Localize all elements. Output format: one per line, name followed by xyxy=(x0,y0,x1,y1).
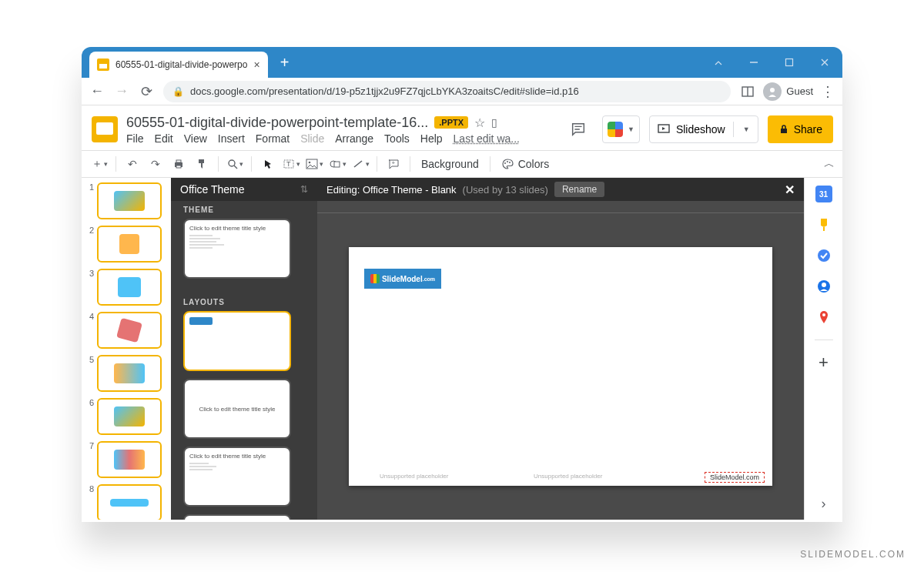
address-bar: ← → ⟳ 🔒 docs.google.com/presentation/d/1… xyxy=(82,78,842,105)
share-label: Share xyxy=(794,123,822,135)
window-minimize-icon[interactable] xyxy=(701,47,736,78)
slideshow-button[interactable]: Slideshow ▼ xyxy=(649,115,758,143)
menu-slide: Slide xyxy=(300,132,324,145)
calendar-icon[interactable]: 31 xyxy=(815,186,832,202)
sort-icon[interactable]: ⇅ xyxy=(300,184,308,195)
zoom-icon[interactable]: ▾ xyxy=(225,154,245,174)
profile-chip[interactable]: Guest xyxy=(763,82,813,101)
guest-label: Guest xyxy=(786,85,813,97)
menu-format[interactable]: Format xyxy=(256,132,290,145)
filmstrip-slide[interactable]: 7 xyxy=(85,441,168,478)
svg-point-4 xyxy=(770,88,775,92)
comments-icon[interactable] xyxy=(564,115,593,144)
textbox-tool-icon[interactable]: T▾ xyxy=(281,154,301,174)
collapse-panel-icon[interactable]: › xyxy=(815,495,832,512)
image-tool-icon[interactable]: ▾ xyxy=(304,154,324,174)
layout-thumb[interactable] xyxy=(183,311,291,371)
window-line-icon[interactable] xyxy=(736,47,772,78)
new-tab-button[interactable]: + xyxy=(274,52,296,73)
theme-panel-title[interactable]: Office Theme ⇅ xyxy=(171,178,317,201)
menu-help[interactable]: Help xyxy=(420,132,443,145)
nav-reload-icon[interactable]: ⟳ xyxy=(139,83,154,100)
reader-mode-icon[interactable] xyxy=(740,84,755,99)
layout-thumb[interactable]: Click to edit theme title style xyxy=(183,447,291,507)
url-text: docs.google.com/presentation/d/19-p5z1tj… xyxy=(190,85,721,97)
move-icon[interactable]: ▯ xyxy=(491,116,497,129)
new-slide-button[interactable]: ＋▾ xyxy=(89,154,109,174)
addons-icon[interactable]: + xyxy=(815,354,832,371)
menu-edit[interactable]: Edit xyxy=(155,132,173,145)
editing-label: Editing: Office Theme - Blank xyxy=(326,184,457,196)
filmstrip-slide[interactable]: 2 xyxy=(85,226,168,263)
svg-point-18 xyxy=(308,162,310,164)
url-box[interactable]: 🔒 docs.google.com/presentation/d/19-p5z1… xyxy=(163,81,731,102)
used-by-label: (Used by 13 slides) xyxy=(463,184,548,196)
window-controls xyxy=(701,47,842,78)
line-tool-icon[interactable]: ▾ xyxy=(350,154,370,174)
menu-arrange[interactable]: Arrange xyxy=(335,132,373,145)
colors-button[interactable]: Colors xyxy=(497,158,554,170)
footer-placeholder[interactable]: SlideModel.com xyxy=(705,472,765,483)
last-edit-link[interactable]: Last edit wa... xyxy=(454,132,520,145)
svg-text:T: T xyxy=(286,160,291,168)
print-icon[interactable] xyxy=(169,154,189,174)
close-theme-editor-icon[interactable]: ✕ xyxy=(785,182,795,197)
keep-icon[interactable] xyxy=(815,216,832,233)
svg-point-25 xyxy=(509,162,511,163)
lock-icon: 🔒 xyxy=(172,86,184,97)
svg-point-27 xyxy=(818,249,830,262)
menu-file[interactable]: File xyxy=(126,132,144,145)
meet-logo-icon xyxy=(608,122,623,137)
nav-back-icon[interactable]: ← xyxy=(89,83,105,99)
tasks-icon[interactable] xyxy=(815,247,832,264)
canvas-header: Editing: Office Theme - Blank (Used by 1… xyxy=(317,178,804,201)
nav-forward-icon[interactable]: → xyxy=(114,83,129,99)
svg-rect-12 xyxy=(199,159,204,163)
collapse-toolbar-icon[interactable]: ︿ xyxy=(824,157,835,171)
slide-canvas[interactable]: SlideModel.com Unsupported placeholder U… xyxy=(317,213,804,520)
rename-button[interactable]: Rename xyxy=(554,182,604,197)
filmstrip-slide[interactable]: 8 xyxy=(85,484,168,520)
layouts-section-header: LAYOUTS xyxy=(171,293,317,311)
maps-icon[interactable] xyxy=(815,309,832,326)
menu-tools[interactable]: Tools xyxy=(384,132,410,145)
slide-master[interactable]: SlideModel.com Unsupported placeholder U… xyxy=(349,247,772,486)
paint-format-icon[interactable] xyxy=(192,154,212,174)
theme-master-thumb[interactable]: Click to edit theme title style xyxy=(183,219,291,279)
redo-icon[interactable]: ↷ xyxy=(146,154,166,174)
filmstrip-slide[interactable]: 6 xyxy=(85,398,168,435)
undo-icon[interactable]: ↶ xyxy=(122,154,142,174)
browser-menu-icon[interactable]: ⋮ xyxy=(821,83,835,100)
meet-button[interactable]: ▼ xyxy=(602,115,640,143)
document-title[interactable]: 60555-01-digital-divide-powerpoint-templ… xyxy=(126,115,428,131)
filmstrip-slide[interactable]: 3 xyxy=(85,269,168,306)
tab-close-icon[interactable]: × xyxy=(253,59,259,71)
window-maximize-icon[interactable] xyxy=(772,47,807,78)
layout-thumb[interactable] xyxy=(183,514,291,520)
chevron-down-icon: ▼ xyxy=(743,125,750,133)
filmstrip[interactable]: 1 2 3 4 5 6 7 8 xyxy=(82,178,171,520)
slidemodel-logo[interactable]: SlideModel.com xyxy=(364,269,441,289)
svg-rect-10 xyxy=(176,160,181,162)
svg-rect-20 xyxy=(334,162,340,167)
browser-tab[interactable]: 60555-01-digital-divide-powerpo × xyxy=(89,52,268,78)
comment-tool-icon[interactable]: + xyxy=(383,154,403,174)
star-icon[interactable]: ☆ xyxy=(474,115,485,130)
menu-insert[interactable]: Insert xyxy=(218,132,245,145)
placeholder-label: Unsupported placeholder xyxy=(534,473,602,480)
slides-logo-icon[interactable] xyxy=(89,114,120,145)
filmstrip-slide[interactable]: 4 xyxy=(85,312,168,349)
menu-view[interactable]: View xyxy=(184,132,207,145)
layout-thumb[interactable]: Click to edit theme title style xyxy=(183,379,291,439)
svg-point-23 xyxy=(504,162,506,164)
share-button[interactable]: Share xyxy=(768,115,833,143)
select-tool-icon[interactable] xyxy=(258,154,278,174)
filmstrip-slide[interactable]: 1 xyxy=(85,182,168,219)
contacts-icon[interactable] xyxy=(815,278,832,295)
background-button[interactable]: Background xyxy=(417,158,484,170)
filmstrip-slide[interactable]: 5 xyxy=(85,355,168,392)
watermark: SLIDEMODEL.COM xyxy=(800,549,906,560)
svg-point-29 xyxy=(822,283,826,287)
shape-tool-icon[interactable]: ▾ xyxy=(327,154,347,174)
window-close-icon[interactable] xyxy=(807,47,842,78)
